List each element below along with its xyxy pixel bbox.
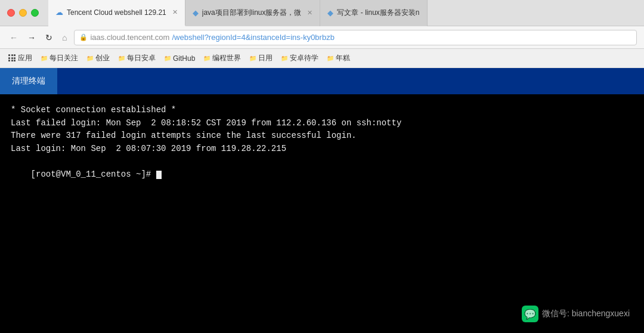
bookmark-niangao-label: 年糕 <box>336 53 350 63</box>
folder-icon-5: 📁 <box>203 55 210 61</box>
folder-icon-8: 📁 <box>327 55 334 61</box>
bookmark-daily-use-label: 日用 <box>258 53 273 63</box>
bookmark-programming-label: 编程世界 <box>212 53 241 63</box>
addressbar: ← → ↻ ⌂ 🔒 iaas.cloud.tencent.com /webshe… <box>0 26 644 49</box>
tab-1[interactable]: ☁ Tencent Cloud webshell 129.21 ✕ <box>48 0 185 26</box>
bookmark-github-label: GitHub <box>173 54 195 63</box>
wechat-logo-icon: 💬 <box>522 306 538 322</box>
tab-2-label: java项目部署到linux服务器，微 <box>202 8 302 18</box>
bookmark-startup[interactable]: 📁 创业 <box>83 52 113 64</box>
tab-2-close[interactable]: ✕ <box>307 9 312 17</box>
close-button[interactable] <box>7 9 15 17</box>
url-protocol: iaas.cloud.tencent.com <box>90 33 169 42</box>
cloud-icon: ☁ <box>55 8 63 17</box>
fullscreen-button[interactable] <box>31 9 39 17</box>
terminal-line-3: There were 317 failed login attempts sin… <box>11 130 633 143</box>
folder-icon-6: 📁 <box>249 55 256 61</box>
bookmark-daily-android[interactable]: 📁 每日安卓 <box>114 52 159 64</box>
terminal-line-2: Last failed login: Mon Sep 2 08:18:52 CS… <box>11 117 633 130</box>
folder-icon-7: 📁 <box>281 55 288 61</box>
tab-3[interactable]: ◆ 写文章 - linux服务器安装n <box>320 0 427 26</box>
bookmark-android-study-label: 安卓待学 <box>290 53 318 63</box>
minimize-button[interactable] <box>19 9 27 17</box>
diamond-icon-2: ◆ <box>193 8 199 17</box>
forward-button[interactable]: → <box>25 32 38 44</box>
lock-icon: 🔒 <box>79 33 88 41</box>
folder-icon-1: 📁 <box>41 55 48 61</box>
apps-grid-icon <box>8 54 16 62</box>
url-bar[interactable]: 🔒 iaas.cloud.tencent.com /webshell?regio… <box>74 30 637 45</box>
bookmark-daily-use[interactable]: 📁 日用 <box>246 52 276 64</box>
bookmarks-bar: 应用 📁 每日关注 📁 创业 📁 每日安卓 📁 GitHub 📁 编程世界 📁 … <box>0 49 644 68</box>
titlebar: ☁ Tencent Cloud webshell 129.21 ✕ ◆ java… <box>0 0 644 26</box>
reload-button[interactable]: ↻ <box>43 32 55 44</box>
bookmark-niangao[interactable]: 📁 年糕 <box>323 52 354 64</box>
bookmark-apps[interactable]: 应用 <box>5 52 36 64</box>
tab-3-label: 写文章 - linux服务器安装n <box>337 8 419 18</box>
terminal-prompt: [root@VM_0_11_centos ~]# <box>31 169 156 179</box>
url-path: /webshell?regionId=4&instanceId=ins-ky0b… <box>172 33 334 42</box>
terminal-line-4: Last login: Mon Sep 2 08:07:30 2019 from… <box>11 143 633 156</box>
folder-icon-2: 📁 <box>86 55 94 61</box>
tab-1-close[interactable]: ✕ <box>172 8 178 16</box>
bookmark-daily-focus[interactable]: 📁 每日关注 <box>37 52 82 64</box>
terminal-line-1: * Socket connection established * <box>11 104 633 117</box>
bookmark-android-study[interactable]: 📁 安卓待学 <box>277 52 322 64</box>
bookmark-programming[interactable]: 📁 编程世界 <box>200 52 244 64</box>
tab-1-label: Tencent Cloud webshell 129.21 <box>67 8 166 17</box>
bookmark-startup-label: 创业 <box>95 53 110 63</box>
back-button[interactable]: ← <box>7 32 20 44</box>
folder-icon-3: 📁 <box>118 55 125 61</box>
clear-terminal-label: 清理终端 <box>12 76 45 87</box>
diamond-icon-3: ◆ <box>327 8 333 17</box>
tab-bar: ☁ Tencent Cloud webshell 129.21 ✕ ◆ java… <box>48 0 637 26</box>
home-button[interactable]: ⌂ <box>60 32 69 44</box>
terminal-cursor <box>156 171 162 179</box>
folder-icon-4: 📁 <box>164 55 171 61</box>
traffic-lights <box>7 9 39 17</box>
clear-terminal-button[interactable]: 清理终端 <box>0 68 57 94</box>
terminal-prompt-line: [root@VM_0_11_centos ~]# <box>11 156 633 195</box>
bookmark-apps-label: 应用 <box>18 53 32 63</box>
wechat-watermark: 💬 微信号: bianchengxuexi <box>522 306 630 322</box>
terminal[interactable]: * Socket connection established * Last f… <box>0 94 644 333</box>
wechat-account-text: 微信号: bianchengxuexi <box>542 309 630 319</box>
bookmark-daily-android-label: 每日安卓 <box>127 53 156 63</box>
bookmark-github[interactable]: 📁 GitHub <box>160 53 199 64</box>
webshell-toolbar: 清理终端 <box>0 68 644 94</box>
wechat-emoji: 💬 <box>524 309 536 320</box>
tab-2[interactable]: ◆ java项目部署到linux服务器，微 ✕ <box>185 0 321 26</box>
bookmark-daily-focus-label: 每日关注 <box>49 53 78 63</box>
